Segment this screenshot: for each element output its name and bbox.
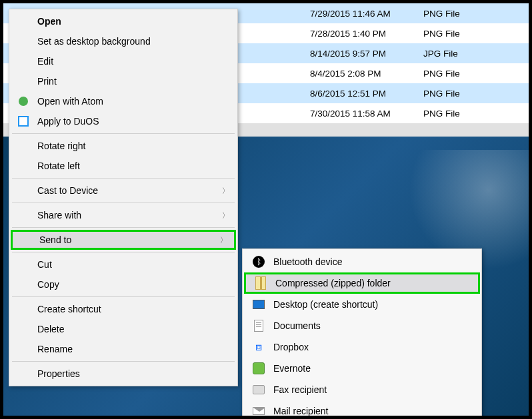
menu-cast-to-device[interactable]: Cast to Device〉 — [11, 181, 236, 201]
menu-separator — [12, 227, 235, 228]
submenu-desktop-shortcut[interactable]: Desktop (create shortcut) — [244, 294, 480, 315]
chevron-right-icon: 〉 — [220, 235, 227, 245]
file-date: 8/6/2015 12:51 PM — [310, 89, 423, 99]
submenu-mail-recipient[interactable]: Mail recipient — [244, 400, 480, 419]
desktop-icon — [252, 298, 265, 311]
fax-icon — [252, 383, 265, 396]
menu-properties[interactable]: Properties — [11, 364, 236, 384]
menu-open[interactable]: Open — [11, 11, 236, 31]
menu-separator — [12, 178, 235, 179]
submenu-documents[interactable]: Documents — [244, 315, 480, 336]
menu-cut[interactable]: Cut — [11, 254, 236, 274]
menu-print[interactable]: Print — [11, 71, 236, 91]
file-type: JPG File — [423, 49, 503, 59]
menu-separator — [12, 361, 235, 362]
file-date: 8/4/2015 2:08 PM — [310, 69, 423, 79]
menu-rename[interactable]: Rename — [11, 339, 236, 359]
mail-icon — [252, 404, 265, 418]
dropbox-icon: ⧈ — [252, 340, 265, 354]
menu-separator — [12, 252, 235, 252]
file-type: PNG File — [423, 9, 503, 19]
file-type: PNG File — [423, 69, 503, 79]
menu-send-to[interactable]: Send to〉 — [11, 230, 236, 250]
file-date: 7/29/2015 11:46 AM — [310, 9, 423, 19]
submenu-fax-recipient[interactable]: Fax recipient — [244, 379, 480, 400]
zip-folder-icon — [254, 276, 267, 290]
send-to-submenu: ᛒBluetooth device Compressed (zipped) fo… — [242, 248, 482, 419]
menu-edit[interactable]: Edit — [11, 51, 236, 71]
menu-separator — [12, 296, 235, 297]
submenu-bluetooth[interactable]: ᛒBluetooth device — [244, 251, 480, 272]
menu-create-shortcut[interactable]: Create shortcut — [11, 299, 236, 319]
bluetooth-icon: ᛒ — [252, 255, 265, 268]
file-type: PNG File — [423, 29, 503, 39]
context-menu: Open Set as desktop background Edit Prin… — [9, 9, 238, 386]
documents-icon — [252, 319, 265, 332]
file-date: 8/14/2015 9:57 PM — [310, 49, 423, 59]
menu-separator — [12, 133, 235, 134]
file-date: 7/30/2015 11:58 AM — [310, 109, 423, 119]
chevron-right-icon: 〉 — [222, 210, 229, 220]
menu-set-desktop-background[interactable]: Set as desktop background — [11, 31, 236, 51]
evernote-icon — [252, 362, 265, 375]
menu-share-with[interactable]: Share with〉 — [11, 205, 236, 225]
submenu-evernote[interactable]: Evernote — [244, 358, 480, 379]
file-type: PNG File — [423, 109, 503, 119]
duos-icon — [17, 115, 29, 127]
menu-open-with-atom[interactable]: Open with Atom — [11, 91, 236, 111]
menu-copy[interactable]: Copy — [11, 274, 236, 294]
menu-apply-to-duos[interactable]: Apply to DuOS — [11, 111, 236, 131]
submenu-compressed-folder[interactable]: Compressed (zipped) folder — [244, 272, 480, 294]
menu-delete[interactable]: Delete — [11, 319, 236, 339]
file-date: 7/28/2015 1:40 PM — [310, 29, 423, 39]
menu-rotate-right[interactable]: Rotate right — [11, 136, 236, 156]
chevron-right-icon: 〉 — [222, 186, 229, 196]
atom-icon — [17, 95, 29, 107]
file-type: PNG File — [423, 89, 503, 99]
menu-rotate-left[interactable]: Rotate left — [11, 156, 236, 176]
menu-separator — [12, 203, 235, 203]
submenu-dropbox[interactable]: ⧈Dropbox — [244, 336, 480, 358]
